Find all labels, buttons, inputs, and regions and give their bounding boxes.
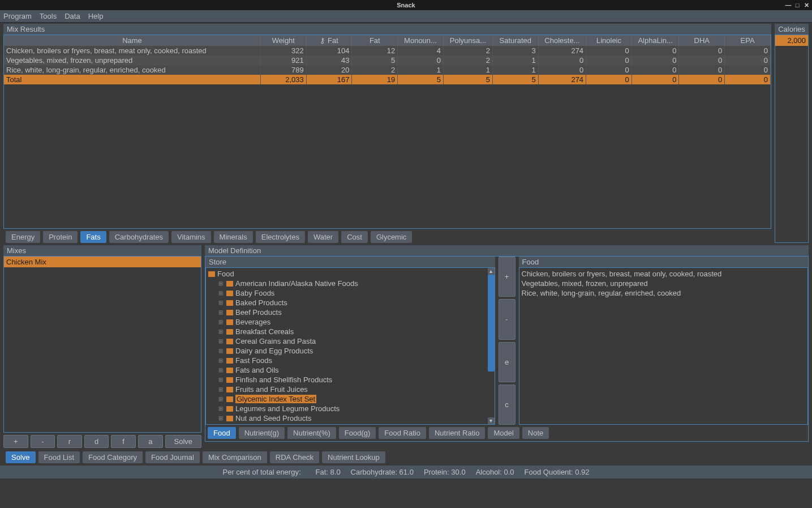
tab-nutrient-[interactable]: Nutrient(%) xyxy=(287,427,336,439)
close-icon[interactable]: ✕ xyxy=(803,2,810,8)
tab-carbohydrates[interactable]: Carbohydrates xyxy=(109,231,169,243)
table-row[interactable]: Chicken, broilers or fryers, breast, mea… xyxy=(4,46,771,56)
column-header[interactable]: Linoleic xyxy=(586,35,632,46)
tab-note[interactable]: Note xyxy=(522,427,549,439)
column-header[interactable]: Polyunsa... xyxy=(443,35,492,46)
tree-toggle-icon[interactable]: ⊞ xyxy=(218,386,224,392)
tree-node[interactable]: ⊞Beverages xyxy=(206,317,495,327)
column-header[interactable]: Choleste... xyxy=(538,35,586,46)
column-header[interactable]: Fat xyxy=(352,35,398,46)
tab-nutrient-lookup[interactable]: Nutrient Lookup xyxy=(322,451,385,463)
tree-toggle-icon[interactable]: ⊞ xyxy=(218,290,224,296)
store-button--[interactable]: - xyxy=(499,299,515,339)
mix-button-solve[interactable]: Solve xyxy=(165,435,201,448)
tab-minerals[interactable]: Minerals xyxy=(214,231,253,243)
tree-node-root[interactable]: Food xyxy=(206,269,495,279)
table-row[interactable]: Rice, white, long-grain, regular, enrich… xyxy=(4,65,771,75)
tree-node[interactable]: ⊞Baked Products xyxy=(206,298,495,308)
column-header[interactable]: ⚷ Fat xyxy=(306,35,352,46)
tree-toggle-icon[interactable]: ⊞ xyxy=(218,309,224,315)
tab-cost[interactable]: Cost xyxy=(341,231,368,243)
mix-button-r[interactable]: r xyxy=(57,435,82,448)
mix-button-a[interactable]: a xyxy=(138,435,163,448)
tree-toggle-icon[interactable]: ⊞ xyxy=(218,405,224,412)
maximize-icon[interactable]: □ xyxy=(794,2,801,8)
tab-food-list[interactable]: Food List xyxy=(38,451,80,463)
tree-node[interactable]: ⊞Beef Products xyxy=(206,308,495,317)
tree-node[interactable]: ⊞Baby Foods xyxy=(206,288,495,298)
list-item[interactable]: Vegetables, mixed, frozen, unprepared xyxy=(522,279,806,288)
tab-nutrient-g-[interactable]: Nutrient(g) xyxy=(239,427,285,439)
list-item[interactable]: Rice, white, long-grain, regular, enrich… xyxy=(522,288,806,298)
tree-node[interactable]: ⊞Fast Foods xyxy=(206,356,495,365)
tree-toggle-icon[interactable]: ⊞ xyxy=(218,415,224,421)
mix-button-d[interactable]: d xyxy=(84,435,109,448)
tab-food-g-[interactable]: Food(g) xyxy=(339,427,376,439)
tree-node[interactable]: ⊞Nut and Seed Products xyxy=(206,413,495,423)
tab-energy[interactable]: Energy xyxy=(6,231,40,243)
menu-program[interactable]: Program xyxy=(3,12,32,20)
store-tree[interactable]: Food⊞American Indian/Alaska Native Foods… xyxy=(206,268,495,424)
tree-node[interactable]: ⊞American Indian/Alaska Native Foods xyxy=(206,279,495,288)
column-header[interactable]: EPA xyxy=(725,35,771,46)
tree-toggle-icon[interactable]: ⊞ xyxy=(218,328,224,335)
menu-help[interactable]: Help xyxy=(88,12,104,20)
tree-toggle-icon[interactable]: ⊞ xyxy=(218,280,224,287)
scroll-down-icon[interactable]: ▾ xyxy=(488,417,495,424)
mix-button--[interactable]: - xyxy=(31,435,55,448)
tree-node[interactable]: ⊞Fruits and Fruit Juices xyxy=(206,385,495,394)
tree-node[interactable]: ⊞Breakfast Cereals xyxy=(206,327,495,336)
tree-toggle-icon[interactable]: ⊞ xyxy=(218,396,224,402)
tab-rda-check[interactable]: RDA Check xyxy=(270,451,319,463)
tab-nutrient-ratio[interactable]: Nutrient Ratio xyxy=(429,427,485,439)
tree-node[interactable]: ⊞Fats and Oils xyxy=(206,365,495,375)
mix-button-+[interactable]: + xyxy=(3,435,28,448)
menu-tools[interactable]: Tools xyxy=(40,12,57,20)
table-row[interactable]: Vegetables, mixed, frozen, unprepared921… xyxy=(4,56,771,65)
tab-protein[interactable]: Protein xyxy=(43,231,78,243)
tab-water[interactable]: Water xyxy=(308,231,338,243)
tree-toggle-icon[interactable]: ⊞ xyxy=(218,367,224,373)
store-scrollbar[interactable]: ▴ ▾ xyxy=(488,268,495,424)
list-item[interactable]: Chicken, broilers or fryers, breast, mea… xyxy=(522,269,806,279)
tree-node[interactable]: ⊞Glycemic Index Test Set xyxy=(206,394,495,404)
store-button-+[interactable]: + xyxy=(499,257,515,297)
tab-food[interactable]: Food xyxy=(208,427,236,439)
tree-toggle-icon[interactable]: ⊞ xyxy=(218,357,224,364)
minimize-icon[interactable]: — xyxy=(785,2,792,8)
tree-node[interactable]: ⊞Legumes and Legume Products xyxy=(206,404,495,413)
tree-toggle-icon[interactable]: ⊞ xyxy=(218,338,224,344)
tab-vitamins[interactable]: Vitamins xyxy=(171,231,211,243)
list-item[interactable]: Chicken Mix xyxy=(4,257,201,267)
store-button-e[interactable]: e xyxy=(499,342,515,382)
tab-food-journal[interactable]: Food Journal xyxy=(145,451,200,463)
tab-model[interactable]: Model xyxy=(488,427,519,439)
column-header[interactable]: DHA xyxy=(679,35,725,46)
tab-fats[interactable]: Fats xyxy=(80,231,106,243)
tab-food-category[interactable]: Food Category xyxy=(83,451,143,463)
tree-toggle-icon[interactable]: ⊞ xyxy=(218,377,224,383)
tree-node[interactable]: ⊞Finfish and Shellfish Products xyxy=(206,375,495,385)
tree-node[interactable]: ⊞Cereal Grains and Pasta xyxy=(206,336,495,346)
food-list[interactable]: Chicken, broilers or fryers, breast, mea… xyxy=(519,267,809,425)
mixes-list[interactable]: Chicken Mix xyxy=(3,256,201,433)
column-header[interactable]: Monoun... xyxy=(398,35,444,46)
tree-node[interactable]: ⊞Dairy and Egg Products xyxy=(206,346,495,356)
tab-solve[interactable]: Solve xyxy=(6,451,36,463)
tab-electrolytes[interactable]: Electrolytes xyxy=(256,231,305,243)
column-header[interactable]: Weight xyxy=(261,35,307,46)
tab-mix-comparison[interactable]: Mix Comparison xyxy=(203,451,267,463)
menu-data[interactable]: Data xyxy=(65,12,80,20)
tree-toggle-icon[interactable]: ⊞ xyxy=(218,319,224,325)
tree-toggle-icon[interactable]: ⊞ xyxy=(218,300,224,306)
column-header[interactable]: AlphaLin... xyxy=(631,35,679,46)
scroll-thumb[interactable] xyxy=(488,275,495,372)
column-header[interactable]: Saturated xyxy=(492,35,538,46)
tab-food-ratio[interactable]: Food Ratio xyxy=(379,427,426,439)
store-button-c[interactable]: c xyxy=(499,385,515,425)
tab-glycemic[interactable]: Glycemic xyxy=(371,231,412,243)
scroll-up-icon[interactable]: ▴ xyxy=(488,268,495,275)
column-header[interactable]: Name xyxy=(4,35,261,46)
mix-button-f[interactable]: f xyxy=(111,435,136,448)
tree-toggle-icon[interactable]: ⊞ xyxy=(218,348,224,354)
